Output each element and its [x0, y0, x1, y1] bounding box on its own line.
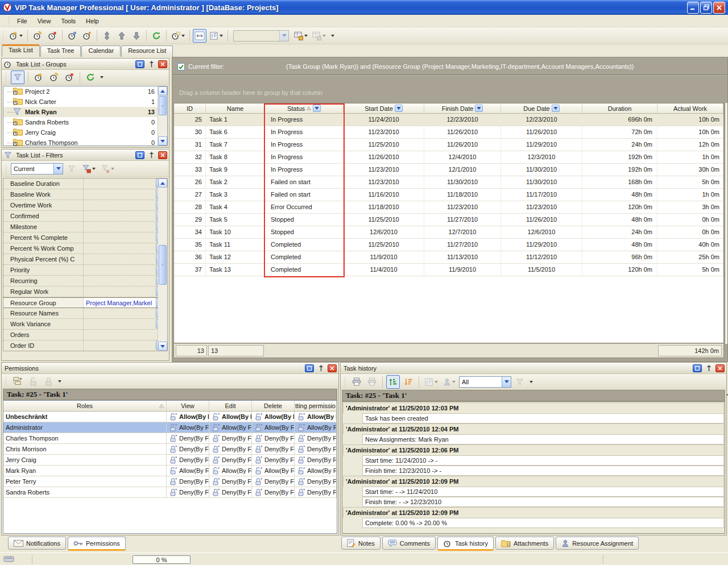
filter-value[interactable] [83, 340, 156, 351]
tab-comments[interactable]: Comments [382, 537, 436, 550]
close-panel-icon[interactable] [715, 364, 725, 372]
status-filter-dropdown[interactable] [313, 105, 321, 112]
delete-group-button[interactable] [63, 70, 76, 84]
fit-columns-button[interactable] [193, 29, 206, 43]
import-grid-button[interactable] [311, 29, 328, 43]
view-mode-button[interactable] [169, 29, 187, 43]
permission-cell[interactable]: Allow(By F [209, 412, 252, 422]
permission-cell[interactable]: Deny(By F [252, 476, 295, 487]
permission-cell[interactable]: Allow(By F [167, 466, 209, 476]
menu-tools[interactable]: Tools [56, 16, 81, 26]
col-view[interactable]: View [167, 401, 209, 411]
filter-value[interactable] [83, 330, 167, 340]
col-setting-permissions[interactable]: tting permissio [295, 401, 337, 411]
permission-cell[interactable]: Allow(By F [209, 466, 252, 476]
permission-cell[interactable]: Deny(By F [252, 455, 295, 465]
history-overflow[interactable] [530, 381, 533, 383]
table-row[interactable]: 28Task 4Error Occurred11/18/201011/23/20… [174, 201, 723, 214]
col-finish-date[interactable]: Finish Date [424, 103, 501, 113]
filter-row[interactable]: Recurring [3, 276, 167, 286]
tab-task-history[interactable]: Task history [437, 537, 494, 551]
filter-row[interactable]: Work Variance [3, 319, 167, 330]
column-list-button[interactable] [208, 29, 225, 43]
edit-task-button[interactable] [31, 29, 44, 43]
unlock-button[interactable] [26, 375, 40, 388]
permission-cell[interactable]: Allow(By F [252, 466, 295, 476]
close-panel-icon[interactable] [328, 364, 337, 372]
permission-cell[interactable]: Allow(By F [295, 412, 337, 422]
move-updown-button[interactable] [100, 29, 114, 43]
permission-row[interactable]: Charles ThompsonDeny(By FDeny(By FDeny(B… [3, 433, 337, 444]
col-delete[interactable]: Delete [252, 401, 295, 411]
tab-attachments[interactable]: Attachments [495, 537, 554, 550]
filter-checkbox[interactable] [177, 63, 185, 70]
export-grid-button[interactable] [292, 29, 309, 43]
menu-file[interactable]: File [12, 16, 32, 26]
filter-row[interactable]: Orders [3, 330, 167, 340]
permission-cell[interactable]: Deny(By F [167, 433, 209, 443]
permission-row[interactable]: AdministratorAllow(By FAllow(By FAllow(B… [3, 422, 337, 433]
col-start-date[interactable]: Start Date [344, 103, 424, 113]
filter-row[interactable]: Overtime Work [3, 200, 167, 211]
tree-item[interactable]: Mark Ryan13 [3, 107, 167, 117]
dock-icon[interactable] [693, 364, 702, 372]
col-due-date[interactable]: Due Date [501, 103, 582, 113]
pin-icon[interactable] [704, 364, 713, 372]
dock-icon[interactable] [135, 60, 144, 68]
add-group-button[interactable] [32, 70, 46, 84]
filter-row[interactable]: Baseline Duration [3, 178, 167, 189]
col-name[interactable]: Name [206, 103, 265, 113]
filter-row[interactable]: Order ID [3, 340, 167, 351]
edit-group-button[interactable] [47, 70, 61, 84]
tree-item[interactable]: Charles Thompson0 [3, 138, 167, 148]
permission-cell[interactable]: Deny(By F [209, 444, 252, 454]
filter-row[interactable]: Resource Names [3, 308, 167, 319]
filter-row[interactable]: Percent % Work Comp [3, 243, 167, 254]
filter-value[interactable] [83, 200, 156, 210]
task-sort-button[interactable] [80, 29, 94, 43]
tab-permissions[interactable]: Permissions [68, 537, 126, 551]
col-id[interactable]: ID [174, 103, 206, 113]
permission-cell[interactable]: Deny(By F [167, 487, 209, 497]
pin-icon[interactable] [147, 60, 156, 68]
groups-scrollbar[interactable]: ≡ [158, 86, 167, 146]
table-row[interactable]: 32Task 8In Progress11/26/201012/4/201012… [174, 151, 723, 164]
filter-value[interactable] [83, 232, 156, 243]
restore-button[interactable] [700, 2, 712, 14]
toolbar-combobox[interactable] [233, 30, 289, 41]
pin-icon[interactable] [316, 364, 325, 372]
tree-item[interactable]: Nick Carter1 [3, 97, 167, 107]
tab-resource-list[interactable]: Resource List [121, 45, 173, 57]
tab-notifications[interactable]: Notifications [8, 537, 66, 550]
filter-row[interactable]: Priority [3, 265, 167, 276]
filter-row[interactable]: Resource GroupProject Manager,Markel [3, 297, 167, 308]
field-chooser-button[interactable] [423, 375, 440, 389]
permission-cell[interactable]: Deny(By F [209, 455, 252, 465]
filter-row[interactable]: Baseline Work [3, 189, 167, 200]
col-duration[interactable]: Duration [582, 103, 657, 113]
tab-resource-assignment[interactable]: Resource Assignment [556, 537, 639, 550]
permission-row[interactable]: Mark RyanAllow(By FAllow(By FAllow(By FA… [3, 466, 337, 476]
filter-value[interactable] [83, 243, 156, 254]
close-button[interactable] [713, 2, 725, 14]
filter-value[interactable] [83, 319, 156, 329]
permission-cell[interactable]: Allow(By F [167, 422, 209, 433]
filter-row[interactable]: Confirmed [3, 211, 167, 222]
print-button[interactable] [350, 375, 363, 389]
dock-icon[interactable] [135, 151, 144, 159]
permission-cell[interactable]: Deny(By F [167, 476, 209, 487]
filter-value[interactable] [83, 254, 156, 264]
history-funnel-button[interactable] [513, 375, 527, 389]
filter-row[interactable]: Regular Work [3, 286, 167, 297]
permission-cell[interactable]: Allow(By F [209, 422, 252, 433]
refresh-groups-button[interactable] [84, 70, 97, 84]
filter-value[interactable] [83, 178, 156, 189]
table-row[interactable]: 27Task 3Failed on start11/16/201011/18/2… [174, 189, 723, 201]
tab-notes[interactable]: Notes [341, 537, 380, 550]
refresh-button[interactable] [150, 29, 163, 43]
permissions-overflow[interactable] [58, 380, 61, 383]
permission-cell[interactable]: Deny(By F [295, 476, 337, 487]
permission-cell[interactable]: Deny(By F [209, 476, 252, 487]
minimize-button[interactable] [687, 2, 699, 14]
col-roles[interactable]: Roles [3, 401, 167, 411]
